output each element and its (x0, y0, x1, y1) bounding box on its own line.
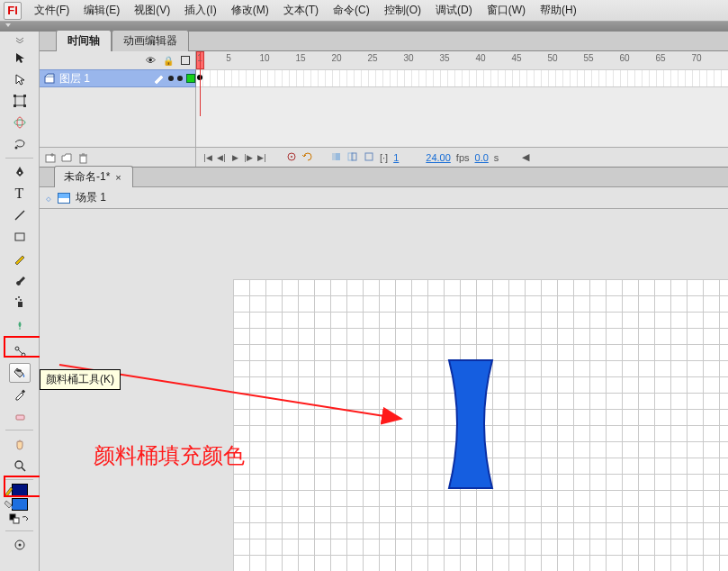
layer-row[interactable]: 图层 1 (40, 69, 196, 87)
menu-modify[interactable]: 修改(M) (224, 0, 276, 21)
svg-point-19 (16, 369, 22, 371)
timeline-scroll-left[interactable]: ◀ (522, 151, 529, 163)
annotation-text: 颜料桶填充颜色 (94, 441, 245, 470)
timeline-footer: |◀ ◀| ▶ |▶ ▶| [·] 1 24.00 fps 0.0 (40, 147, 728, 167)
timeline-panel-tabs: 时间轴 动画编辑器 (40, 32, 728, 51)
rectangle-tool[interactable] (9, 227, 31, 247)
first-frame-button[interactable]: |◀ (202, 151, 214, 164)
ruler-tick: 10 (259, 53, 269, 63)
svg-rect-14 (18, 302, 22, 307)
next-frame-button[interactable]: |▶ (242, 151, 255, 164)
scene-label[interactable]: 场景 1 (76, 190, 106, 205)
close-tab-button[interactable]: × (115, 172, 121, 183)
free-transform-tool[interactable] (9, 91, 31, 111)
menu-help[interactable]: 帮助(H) (533, 0, 584, 21)
onion-skin-outline-button[interactable] (347, 151, 358, 164)
svg-rect-38 (336, 153, 340, 160)
stroke-color-swatch[interactable] (0, 484, 39, 496)
frame-ruler[interactable]: 1510152025303540455055606570 (196, 51, 728, 69)
text-tool[interactable]: T (9, 184, 31, 204)
svg-rect-1 (13, 95, 16, 97)
3d-rotation-tool[interactable] (9, 113, 31, 132)
bone-tool[interactable] (9, 341, 31, 361)
document-tabs: 未命名-1* × (40, 168, 728, 187)
playback-controls: |◀ ◀| ▶ |▶ ▶| (202, 151, 268, 164)
hand-tool[interactable] (9, 434, 31, 454)
layer-lock-dot[interactable] (177, 76, 183, 81)
menu-view[interactable]: 视图(V) (127, 0, 177, 21)
line-tool[interactable] (9, 205, 31, 225)
elapsed-value: 0.0 (475, 152, 489, 163)
eyedropper-tool[interactable] (9, 385, 31, 404)
fps-value[interactable]: 24.00 (426, 152, 451, 163)
fill-color-swatch[interactable] (0, 498, 39, 511)
spray-brush-tool[interactable] (9, 292, 31, 312)
current-frame-value[interactable]: 1 (393, 152, 399, 163)
selection-tool[interactable] (9, 48, 31, 68)
center-frame-button[interactable] (286, 151, 297, 164)
delete-layer-button[interactable] (76, 150, 90, 165)
brush-tool[interactable] (9, 270, 31, 290)
tab-animation-editor[interactable]: 动画编辑器 (112, 30, 189, 51)
stage-canvas[interactable] (233, 279, 728, 571)
visibility-icon[interactable] (146, 54, 156, 67)
subselection-tool[interactable] (9, 69, 31, 89)
layer-outline-box[interactable] (186, 74, 195, 83)
snap-option[interactable] (9, 535, 31, 555)
vase-shape[interactable] (449, 360, 492, 488)
menu-insert[interactable]: 插入(I) (177, 0, 223, 21)
expand-tools-icon[interactable] (9, 33, 31, 46)
stage-drawing (233, 279, 728, 571)
ruler-tick: 15 (295, 53, 305, 63)
svg-rect-32 (80, 156, 86, 163)
svg-rect-21 (16, 415, 24, 420)
ruler-tick: 50 (547, 53, 557, 63)
play-button[interactable]: ▶ (229, 151, 241, 164)
new-layer-button[interactable] (43, 150, 58, 165)
menu-edit[interactable]: 编辑(E) (76, 0, 127, 21)
tools-panel: T (0, 32, 40, 571)
ruler-tick: 35 (439, 53, 449, 63)
svg-point-8 (18, 172, 20, 174)
outline-icon[interactable] (181, 56, 190, 65)
pen-tool[interactable] (9, 162, 31, 182)
svg-rect-29 (46, 155, 55, 162)
menu-control[interactable]: 控制(O) (377, 0, 428, 21)
document-tab[interactable]: 未命名-1* × (54, 166, 133, 187)
lasso-tool[interactable] (9, 134, 31, 154)
fps-label: fps (456, 152, 470, 163)
onion-markers-button[interactable]: [·] (380, 152, 388, 163)
frames-track[interactable] (196, 69, 728, 87)
ruler-tick: 60 (619, 53, 629, 63)
deco-tool[interactable] (9, 313, 31, 333)
layer-icon (43, 72, 56, 85)
menu-window[interactable]: 窗口(W) (480, 0, 533, 21)
layer-vis-dot[interactable] (168, 76, 174, 81)
svg-line-18 (18, 349, 22, 354)
prev-frame-button[interactable]: ◀| (215, 151, 228, 164)
menu-debug[interactable]: 调试(D) (428, 0, 480, 21)
document-tab-title: 未命名-1* (64, 169, 110, 185)
svg-rect-3 (13, 104, 16, 107)
stage-area: 颜料桶填充颜色 (40, 230, 728, 571)
menu-text[interactable]: 文本(T) (276, 0, 326, 21)
svg-rect-2 (23, 95, 26, 97)
paint-bucket-tool[interactable] (9, 363, 31, 383)
loop-button[interactable] (302, 151, 313, 164)
lock-icon[interactable] (163, 54, 174, 67)
pencil-tool[interactable] (9, 249, 31, 268)
layer-pencil-icon (154, 73, 165, 84)
eraser-tool[interactable] (9, 406, 31, 426)
ruler-tick: 45 (511, 53, 521, 63)
back-button[interactable]: ⬦ (45, 191, 52, 204)
tab-timeline[interactable]: 时间轴 (56, 30, 112, 51)
menu-file[interactable]: 文件(F) (27, 0, 76, 21)
svg-rect-41 (365, 153, 373, 160)
menu-command[interactable]: 命令(C) (326, 0, 377, 21)
onion-skin-button[interactable] (331, 151, 342, 164)
zoom-tool[interactable] (9, 456, 31, 476)
swap-colors-button[interactable] (9, 512, 31, 527)
last-frame-button[interactable]: ▶| (256, 151, 268, 164)
edit-multiple-frames-button[interactable] (364, 151, 374, 164)
new-folder-button[interactable] (59, 150, 74, 165)
